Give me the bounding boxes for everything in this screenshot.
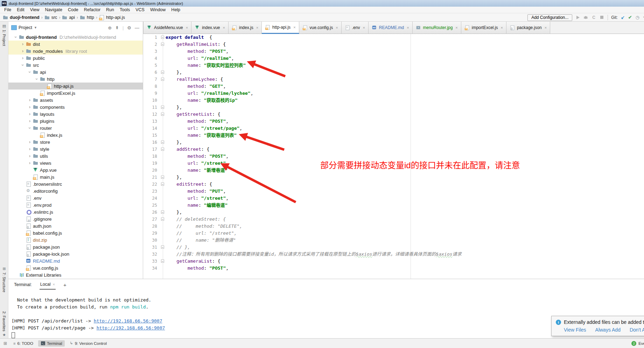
editor-tab-index.vue[interactable]: index.vue× — [191, 22, 229, 34]
tree-row-router[interactable]: ›router — [8, 125, 143, 132]
close-icon[interactable]: × — [256, 26, 258, 30]
close-icon[interactable]: × — [336, 26, 338, 30]
fold-marker[interactable]: − — [161, 71, 164, 74]
close-icon[interactable]: × — [186, 26, 188, 30]
statusbar-item-6-todo[interactable]: ≡6: TODO — [10, 340, 36, 347]
chevron-right-icon[interactable]: › — [20, 42, 26, 47]
chevron-right-icon[interactable]: › — [27, 119, 33, 123]
tree-row-dist[interactable]: ›dist — [8, 41, 143, 48]
tree-row-duoji-frontend[interactable]: ›duoji-frontendD:\zheheWeb\duoji-fronten… — [8, 34, 143, 41]
menu-item-file[interactable]: File — [1, 7, 14, 12]
tree-row-package.json[interactable]: package.json — [8, 243, 143, 250]
notification-action-view-files[interactable]: View Files — [564, 327, 586, 333]
close-icon[interactable]: × — [500, 26, 503, 30]
menu-item-vcs[interactable]: VCS — [133, 7, 147, 12]
fold-marker[interactable]: − — [161, 141, 164, 144]
fold-marker[interactable]: − — [161, 113, 164, 116]
chevron-down-icon[interactable]: › — [27, 126, 33, 130]
tree-row-.env[interactable]: .env — [8, 194, 143, 201]
tree-row-public[interactable]: ›public — [8, 55, 143, 62]
tree-row-vue.config.js[interactable]: vue.config.js — [8, 264, 143, 271]
tree-row-README.md[interactable]: README.md — [8, 257, 143, 264]
collapse-all-icon[interactable]: ⇞ — [115, 25, 119, 30]
tree-row-plugins[interactable]: ›plugins — [8, 118, 143, 125]
menu-item-tools[interactable]: Tools — [117, 7, 133, 12]
close-icon[interactable]: × — [53, 282, 55, 286]
tree-row-src[interactable]: ›src — [8, 62, 143, 69]
tree-row-dist.zip[interactable]: dist.zip — [8, 236, 143, 243]
fold-marker[interactable]: − — [161, 183, 164, 186]
fold-marker[interactable]: − — [161, 246, 164, 249]
tree-row-layouts[interactable]: ›layouts — [8, 111, 143, 118]
tool-window-switcher-icon[interactable]: ⊞ — [0, 341, 10, 346]
chevron-right-icon[interactable]: › — [27, 147, 33, 151]
hide-panel-icon[interactable]: — — [135, 25, 139, 30]
sidebar-item-favorites[interactable]: 2: Favorites ★ — [0, 311, 8, 337]
menu-item-view[interactable]: View — [27, 7, 42, 12]
chevron-down-icon[interactable]: › — [20, 63, 26, 68]
chevron-right-icon[interactable]: › — [27, 105, 33, 109]
tree-row-node_modules[interactable]: ›node_moduleslibrary root — [8, 48, 143, 55]
fold-marker[interactable]: − — [161, 218, 164, 221]
chevron-down-icon[interactable]: › — [27, 70, 33, 74]
fold-marker[interactable]: − — [161, 106, 164, 109]
chevron-right-icon[interactable]: › — [20, 49, 26, 54]
tree-row-babel.config.js[interactable]: babel.config.js — [8, 229, 143, 236]
chevron-down-icon[interactable]: › — [34, 77, 40, 81]
tree-row-.gitignore[interactable]: .gitignore — [8, 215, 143, 222]
git-history-icon[interactable]: ◷ — [636, 15, 639, 20]
close-icon[interactable]: × — [545, 26, 547, 30]
tree-row-api[interactable]: ›api — [8, 69, 143, 76]
tree-row-index.js[interactable]: index.js — [8, 132, 143, 139]
code-editor[interactable]: 1−export default {2− getRealTimeList: {3… — [143, 34, 644, 279]
tree-row-store[interactable]: ›store — [8, 139, 143, 145]
tree-row-.browserslistrc[interactable]: .browserslistrc — [8, 180, 143, 187]
editor-tab-README.md[interactable]: README.md× — [369, 22, 413, 34]
chevron-right-icon[interactable]: › — [27, 98, 33, 102]
git-update-icon[interactable]: ↙ — [621, 15, 625, 20]
add-configuration-button[interactable]: Add Configuration... — [527, 14, 572, 21]
fold-marker[interactable]: − — [161, 260, 164, 263]
tree-row-style[interactable]: ›style — [8, 145, 143, 152]
terminal-prompt-line[interactable] — [12, 332, 644, 339]
new-terminal-session-button[interactable]: + — [63, 282, 66, 288]
terminal-tab-local[interactable]: Local × — [40, 282, 56, 290]
menu-item-navigate[interactable]: Navigate — [42, 7, 65, 12]
editor-tab-.env[interactable]: .env× — [342, 22, 369, 34]
close-icon[interactable]: × — [363, 26, 365, 30]
debug-icon[interactable] — [583, 15, 588, 20]
tree-row-auth.json[interactable]: auth.json — [8, 222, 143, 229]
breadcrumb-item-api[interactable]: api — [62, 15, 75, 20]
fold-marker[interactable]: − — [161, 43, 164, 46]
tree-row-App.vue[interactable]: App.vue — [8, 166, 143, 173]
tree-row-main.js[interactable]: main.js — [8, 173, 143, 180]
breadcrumb-item-src[interactable]: src — [44, 15, 57, 20]
menu-item-window[interactable]: Window — [147, 7, 168, 12]
run-icon[interactable] — [575, 15, 580, 20]
sidebar-item-structure[interactable]: ⊞ 7: Structure — [0, 267, 8, 292]
tree-row-assets[interactable]: ›assets — [8, 97, 143, 104]
tree-row-External Libraries[interactable]: External Libraries — [8, 271, 143, 278]
breadcrumb-item-duoji-frontend[interactable]: duoji-frontend — [3, 15, 40, 20]
chevron-right-icon[interactable]: › — [27, 140, 33, 144]
editor-tab-package.json[interactable]: package.json× — [506, 22, 550, 34]
menu-item-refactor[interactable]: Refactor — [81, 7, 103, 12]
menu-item-edit[interactable]: Edit — [14, 7, 27, 12]
fold-marker[interactable]: − — [161, 176, 164, 179]
chevron-right-icon[interactable]: › — [20, 56, 26, 61]
menu-item-code[interactable]: Code — [65, 7, 81, 12]
notification-action-always-add[interactable]: Always Add — [595, 327, 621, 333]
tree-row-.editorconfig[interactable]: .editorconfig — [8, 187, 143, 194]
editor-tab-http-api.js[interactable]: http-api.js× — [262, 22, 299, 34]
editor-tab-AsideMenu.vue[interactable]: AsideMenu.vue× — [143, 22, 191, 34]
tree-row-importExcel.js[interactable]: importExcel.js — [8, 90, 143, 97]
statusbar-item-terminal[interactable]: >_Terminal — [38, 340, 65, 347]
editor-tab-index.js[interactable]: index.js× — [229, 22, 262, 34]
stop-icon[interactable] — [600, 15, 604, 20]
chevron-right-icon[interactable]: › — [27, 112, 33, 116]
event-log-widget[interactable]: 2 Event Log — [631, 341, 644, 346]
close-icon[interactable]: × — [455, 26, 457, 30]
locate-file-icon[interactable]: ⊕ — [108, 25, 112, 30]
statusbar-item-9-version-control[interactable]: ↳9: Version Control — [67, 340, 110, 347]
close-icon[interactable]: × — [407, 26, 409, 30]
